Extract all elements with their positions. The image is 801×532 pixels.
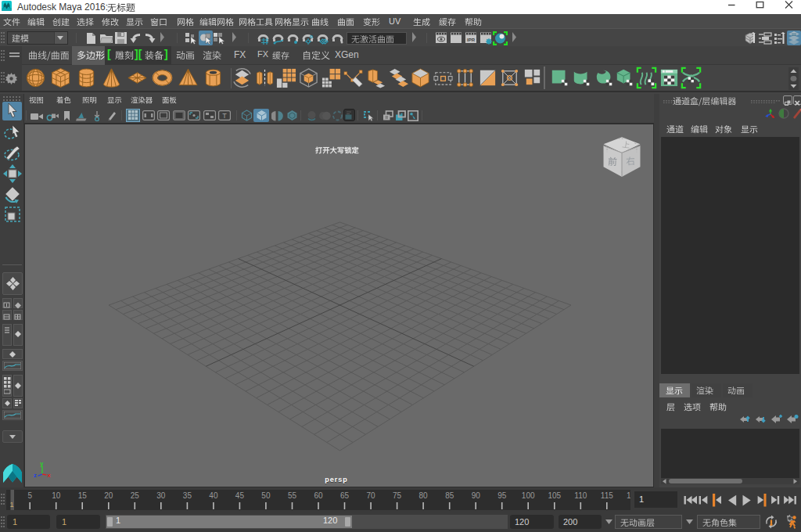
svg-text:90: 90: [472, 491, 481, 500]
svg-text:60: 60: [314, 491, 323, 500]
svg-text:15: 15: [78, 491, 88, 500]
svg-text:IPR: IPR: [467, 38, 476, 42]
svg-text:25: 25: [131, 491, 140, 500]
svg-text:115: 115: [601, 491, 613, 500]
svg-text:55: 55: [288, 491, 297, 500]
svg-text:y: y: [40, 460, 44, 467]
svg-text:T: T: [222, 112, 227, 120]
svg-text:20: 20: [104, 491, 113, 500]
svg-text:35: 35: [183, 491, 192, 500]
svg-text:120: 120: [627, 491, 630, 500]
svg-text:75: 75: [393, 491, 402, 500]
svg-text:95: 95: [497, 491, 507, 500]
svg-text:1: 1: [10, 501, 14, 509]
svg-text:85: 85: [445, 491, 454, 500]
svg-text:50: 50: [261, 491, 271, 500]
svg-text:10: 10: [52, 491, 61, 500]
svg-text:45: 45: [235, 491, 245, 500]
svg-text:z: z: [34, 472, 37, 479]
svg-text:40: 40: [209, 491, 218, 500]
svg-text:30: 30: [156, 491, 166, 500]
svg-text:70: 70: [367, 491, 376, 500]
svg-text:5: 5: [27, 491, 32, 500]
svg-text:80: 80: [419, 491, 429, 500]
svg-text:110: 110: [574, 491, 587, 500]
svg-text:65: 65: [340, 491, 350, 500]
svg-text:105: 105: [548, 491, 561, 500]
svg-text:100: 100: [522, 491, 535, 500]
svg-text:x: x: [48, 472, 52, 479]
